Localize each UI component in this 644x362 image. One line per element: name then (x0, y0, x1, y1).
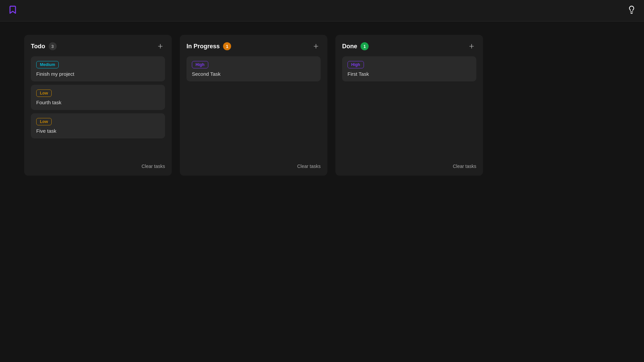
add-task-button-todo[interactable] (156, 42, 165, 51)
clear-tasks-row-todo: Clear tasks (31, 160, 165, 169)
column-header-left-todo: Todo3 (31, 42, 57, 50)
column-count-todo: 3 (49, 42, 57, 50)
column-header-done: Done1 (342, 42, 476, 51)
task-name: Second Task (192, 71, 315, 77)
clear-tasks-button-todo[interactable]: Clear tasks (142, 164, 165, 169)
column-todo: Todo3MediumFinish my projectLowFourth ta… (24, 35, 172, 176)
task-card: MediumFinish my project (31, 56, 165, 81)
priority-badge: Low (36, 89, 52, 97)
task-card: LowFive task (31, 113, 165, 138)
column-header-left-done: Done1 (342, 42, 369, 50)
logo (8, 5, 21, 16)
header-actions (627, 5, 636, 16)
add-task-button-inprogress[interactable] (311, 42, 321, 51)
clear-tasks-row-done: Clear tasks (342, 160, 476, 169)
priority-badge: Medium (36, 61, 59, 68)
task-card: HighSecond Task (186, 56, 321, 81)
task-name: Fourth task (36, 100, 160, 105)
task-card: HighFirst Task (342, 56, 476, 81)
add-task-button-done[interactable] (467, 42, 476, 51)
column-count-inprogress: 1 (223, 42, 231, 50)
priority-badge: High (192, 61, 208, 68)
lightbulb-icon[interactable] (627, 5, 636, 16)
column-title-todo: Todo (31, 43, 45, 50)
priority-badge: High (347, 61, 364, 68)
logo-icon (8, 5, 17, 16)
column-header-inprogress: In Progress1 (186, 42, 321, 51)
task-name: Finish my project (36, 71, 160, 77)
task-name: Five task (36, 128, 160, 134)
task-name: First Task (347, 71, 471, 77)
column-done: Done1HighFirst TaskClear tasks (335, 35, 483, 176)
clear-tasks-button-inprogress[interactable]: Clear tasks (297, 164, 321, 169)
column-header-left-inprogress: In Progress1 (186, 42, 231, 50)
column-count-done: 1 (361, 42, 369, 50)
column-header-todo: Todo3 (31, 42, 165, 51)
clear-tasks-button-done[interactable]: Clear tasks (453, 164, 476, 169)
main-content: Todo3MediumFinish my projectLowFourth ta… (0, 21, 644, 189)
column-title-inprogress: In Progress (186, 43, 220, 50)
clear-tasks-row-inprogress: Clear tasks (186, 160, 321, 169)
priority-badge: Low (36, 118, 52, 125)
task-card: LowFourth task (31, 85, 165, 110)
app-header (0, 0, 644, 21)
column-inprogress: In Progress1HighSecond TaskClear tasks (180, 35, 327, 176)
column-title-done: Done (342, 43, 357, 50)
